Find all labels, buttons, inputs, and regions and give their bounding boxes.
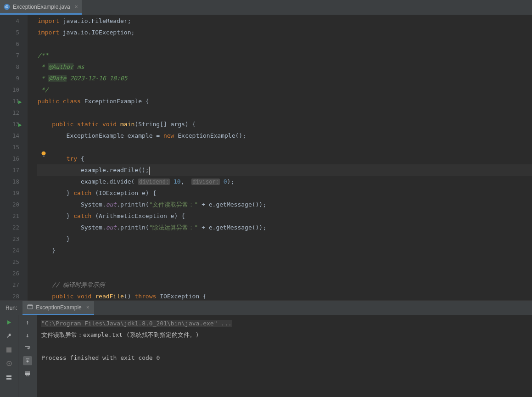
line-number-gutter: 45678910▶1112▶13141516171819202122232425… xyxy=(0,15,28,301)
line-number: 8 xyxy=(0,61,19,73)
line-number: 13 xyxy=(0,118,19,130)
code-line[interactable]: import java.io.FileReader; xyxy=(37,15,532,27)
code-line[interactable]: /** xyxy=(37,50,532,61)
run-toolbar-secondary: ↑ ↓ xyxy=(18,315,37,397)
run-header: Run: ExceptionExample × xyxy=(0,301,532,315)
code-line[interactable] xyxy=(37,38,532,50)
run-gutter-icon[interactable]: ▶ xyxy=(18,119,22,130)
run-toolbar-primary xyxy=(0,315,18,397)
code-line[interactable]: import java.io.IOException; xyxy=(37,27,532,38)
code-line[interactable]: * @Author ms xyxy=(37,61,532,73)
line-number: 23 xyxy=(0,233,19,245)
code-line[interactable] xyxy=(37,256,532,268)
line-number: 27 xyxy=(0,279,19,291)
line-number: 20 xyxy=(0,199,19,210)
run-label: Run: xyxy=(0,305,22,311)
code-line[interactable]: example.readFile(); xyxy=(37,164,532,176)
code-line[interactable]: * @Date 2023-12-16 18:05 xyxy=(37,73,532,84)
fold-column xyxy=(28,15,37,301)
soft-wrap-icon[interactable] xyxy=(23,343,32,352)
svg-rect-12 xyxy=(26,375,29,376)
code-line[interactable]: */ xyxy=(37,84,532,95)
console-line: 文件读取异常：example.txt (系统找不到指定的文件。) xyxy=(41,329,527,341)
svg-point-7 xyxy=(8,363,10,364)
scroll-to-end-icon[interactable] xyxy=(23,356,32,365)
code-line[interactable]: System.out.println("文件读取异常：" + e.getMess… xyxy=(37,199,532,210)
close-icon[interactable]: × xyxy=(86,304,90,311)
print-icon[interactable] xyxy=(23,369,32,378)
console-line: Process finished with exit code 0 xyxy=(41,352,527,363)
code-line[interactable] xyxy=(37,141,532,153)
line-number: 9 xyxy=(0,73,19,84)
line-number: 16 xyxy=(0,153,19,164)
layout-icon[interactable] xyxy=(5,373,14,382)
line-number: 10 xyxy=(0,84,19,95)
code-area[interactable]: import java.io.FileReader;import java.io… xyxy=(37,15,532,301)
code-line[interactable]: System.out.println("除法运算异常：" + e.getMess… xyxy=(37,222,532,233)
line-number: 22 xyxy=(0,222,19,233)
line-number: 6 xyxy=(0,38,19,50)
svg-rect-2 xyxy=(43,156,45,157)
line-number: 28 xyxy=(0,291,19,301)
run-config-icon xyxy=(27,304,33,311)
code-line[interactable] xyxy=(37,268,532,279)
line-number: 4 xyxy=(0,15,19,27)
svg-rect-4 xyxy=(28,305,33,306)
line-number: 25 xyxy=(0,256,19,268)
run-config-name: ExceptionExample xyxy=(36,304,81,311)
rerun-button[interactable] xyxy=(5,318,14,327)
console-line xyxy=(41,341,527,352)
svg-rect-9 xyxy=(6,378,11,380)
svg-rect-5 xyxy=(6,347,11,352)
close-icon[interactable]: × xyxy=(75,4,78,10)
code-line[interactable]: public static void main(String[] args) { xyxy=(37,118,532,130)
console-line: "C:\Program Files\Java\jdk1.8.0_201\bin\… xyxy=(41,318,527,329)
intention-bulb-icon[interactable] xyxy=(40,151,47,157)
code-line[interactable]: public void readFile() throws IOExceptio… xyxy=(37,291,532,301)
code-editor[interactable]: 45678910▶1112▶13141516171819202122232425… xyxy=(0,15,532,301)
wrench-icon[interactable] xyxy=(5,331,14,341)
editor-tab[interactable]: C ExceptionExample.java × xyxy=(0,0,82,15)
code-line[interactable]: ExceptionExample example = new Exception… xyxy=(37,130,532,141)
code-line[interactable]: public class ExceptionExample { xyxy=(37,95,532,107)
line-number: 26 xyxy=(0,268,19,279)
code-line[interactable]: } catch (ArithmeticException e) { xyxy=(37,210,532,222)
line-number: 7 xyxy=(0,50,19,61)
code-line[interactable]: } xyxy=(37,233,532,245)
editor-tab-bar: C ExceptionExample.java × xyxy=(0,0,532,15)
java-class-icon: C xyxy=(4,4,10,10)
down-arrow-icon[interactable]: ↓ xyxy=(23,330,32,340)
line-number: 17 xyxy=(0,164,19,176)
dump-threads-icon[interactable] xyxy=(5,359,14,368)
tab-filename: ExceptionExample.java xyxy=(13,4,70,10)
svg-rect-10 xyxy=(26,371,29,373)
up-arrow-icon[interactable]: ↑ xyxy=(23,318,32,327)
run-gutter-icon[interactable]: ▶ xyxy=(18,96,22,107)
line-number: 21 xyxy=(0,210,19,222)
code-line[interactable]: } catch (IOException e) { xyxy=(37,187,532,199)
code-line[interactable]: } xyxy=(37,245,532,256)
line-number: 18 xyxy=(0,176,19,187)
code-line[interactable]: // 编译时异常示例 xyxy=(37,279,532,291)
run-config-tab[interactable]: ExceptionExample × xyxy=(22,301,94,315)
code-line[interactable]: try { xyxy=(37,153,532,164)
svg-rect-8 xyxy=(6,375,11,377)
code-line[interactable] xyxy=(37,107,532,118)
code-line[interactable]: example.divide( dividend: 10, divisor: 0… xyxy=(37,176,532,187)
line-number: 24 xyxy=(0,245,19,256)
line-number: 11 xyxy=(0,95,19,107)
stop-button[interactable] xyxy=(5,345,14,354)
line-number: 19 xyxy=(0,187,19,199)
line-number: 5 xyxy=(0,27,19,38)
line-number: 15 xyxy=(0,141,19,153)
line-number: 12 xyxy=(0,107,19,118)
svg-text:C: C xyxy=(6,5,9,9)
console-output[interactable]: "C:\Program Files\Java\jdk1.8.0_201\bin\… xyxy=(37,315,532,397)
line-number: 14 xyxy=(0,130,19,141)
run-tool-window: Run: ExceptionExample × ↑ ↓ "C:\Program … xyxy=(0,301,532,397)
